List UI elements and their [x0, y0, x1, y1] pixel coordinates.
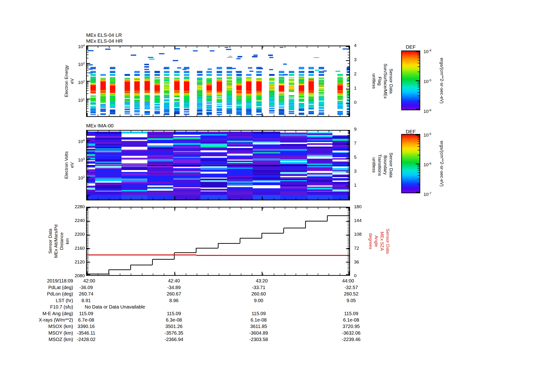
ima-transitions-tick-label: 7: [354, 141, 357, 146]
table-cell-value: 115.09: [344, 311, 358, 316]
els-log-tick: [87, 69, 88, 69]
els-log-tick: [87, 100, 88, 100]
table-row-label: PdLon (deg): [47, 291, 73, 297]
els-log-tick: [87, 106, 88, 107]
els-ytick-label: 103: [78, 61, 85, 66]
x-major-tick: [262, 113, 263, 116]
els-flag-minor-ticks: [348, 46, 349, 116]
ima-log-tick: [87, 199, 88, 200]
els-log-tick: [87, 99, 90, 99]
els-y-axis-label-line: eV: [69, 65, 75, 97]
altitude-y-axis-label: Sensor DataMEx Alt/Mars/PdDistancekm: [47, 225, 70, 258]
alt-major-tick: [87, 274, 90, 275]
sza-tick-label: 144: [354, 218, 362, 223]
ima-ytick-label: 104: [78, 138, 85, 143]
els-log-tick: [87, 55, 88, 55]
els-log-tick: [87, 111, 88, 112]
table-date-label: 2019/118:09: [47, 278, 73, 284]
ima-transitions-tick-label: 3: [354, 169, 357, 174]
mex-orbit-plot-page: MEx ELS-04 LR MEx ELS-04 HR MEx IMA-00 D…: [0, 0, 555, 392]
ima-log-tick: [87, 182, 88, 183]
els-log-tick: [87, 85, 88, 85]
x-minor-ticks-bottom: [87, 273, 349, 275]
x-minor-ticks-top: [87, 131, 349, 132]
els-log-tick: [87, 66, 88, 66]
altitude-tick-label: 2120: [75, 259, 85, 265]
els-log-tick: [87, 63, 90, 64]
sza-major-tick: [346, 221, 349, 222]
table-cell-value: 260.67: [167, 291, 181, 297]
ima-log-tick: [87, 196, 88, 196]
table-time-value: 42:40: [168, 278, 180, 284]
ima-log-tick: [87, 159, 88, 160]
sza-axis-label: Sensor DataMEx SZAAngledegrees: [368, 229, 391, 254]
sza-axis-label-line: Angle: [373, 229, 379, 254]
alt-major-tick: [87, 248, 90, 249]
sza-tick-label: 180: [354, 204, 362, 209]
els-log-tick: [87, 67, 88, 68]
colorbar1-tick-label: 10-4: [424, 48, 431, 53]
els-flag-tick-label: 4: [354, 43, 357, 48]
table-cell-value: -2366.94: [165, 336, 183, 342]
table-row-label: PdLat (deg): [48, 285, 73, 290]
els-log-tick: [87, 81, 90, 82]
x-major-tick: [174, 113, 175, 116]
alt-major-tick: [87, 221, 90, 222]
x-minor-ticks-top: [87, 207, 349, 209]
ima-log-tick: [87, 168, 88, 168]
els-flag-axis-label-line: Flag: [377, 64, 382, 99]
ima-transitions-tick-label: 5: [354, 155, 357, 160]
sza-axis-label-line: Sensor Data: [385, 229, 391, 254]
altitude-y-axis-label-line: Distance: [59, 225, 65, 258]
sza-axis-label-line: degrees: [368, 229, 373, 254]
table-cell-value: -2428.02: [77, 336, 96, 342]
els-log-tick: [87, 48, 88, 49]
right-major-tick: [346, 186, 349, 186]
ima-log-tick: [87, 198, 88, 198]
ima-log-tick: [87, 153, 88, 153]
x-major-tick: [262, 207, 263, 211]
table-row-label: MSOZ (km): [49, 336, 73, 342]
els-flag-tick-label: 1: [354, 86, 357, 91]
els-log-tick: [87, 84, 88, 84]
ima-y-axis-label-line: Electron Volts: [64, 151, 69, 179]
sza-axis-label-line: MEx SZA: [379, 229, 385, 254]
table-cell-value: -32.57: [344, 285, 358, 290]
x-major-tick: [262, 46, 263, 50]
els-log-tick: [87, 82, 88, 82]
els-log-tick: [87, 64, 88, 64]
x-major-tick: [174, 46, 175, 50]
sza-major-tick: [346, 262, 349, 263]
ima-transitions-axis-label-line: Boundary: [382, 152, 388, 178]
ima-log-tick: [87, 163, 88, 163]
ima-log-tick: [87, 177, 90, 177]
alt-major-tick: [87, 207, 90, 208]
ima-log-tick: [87, 148, 88, 148]
x-minor-ticks-top: [87, 46, 349, 48]
ima-transitions-axis-label-line: Sensor Data: [388, 152, 394, 178]
colorbar1-tick-label: 10-5: [424, 78, 431, 83]
table-cell-value: 115.09: [79, 311, 93, 316]
table-cell-value: 3611.85: [250, 323, 267, 329]
right-major-tick: [346, 158, 349, 158]
table-cell-value: 260.60: [251, 291, 266, 297]
els-log-tick: [87, 90, 88, 91]
sza-minor-ticks: [348, 207, 349, 275]
table-cell-value: 260.52: [344, 291, 358, 297]
els-ytick-label: 104: [78, 43, 85, 48]
x-minor-ticks-bottom: [87, 198, 349, 200]
table-cell-value: -2303.58: [249, 336, 268, 342]
table-cell-value: 6.1e-08: [343, 317, 359, 323]
els-log-tick: [87, 108, 88, 109]
right-major-tick: [346, 74, 349, 75]
ima-log-tick: [87, 195, 90, 196]
altitude-y-axis-label-line: km: [65, 225, 70, 258]
altitude-tick-label: 2160: [75, 246, 85, 251]
altitude-tick-label: 2240: [75, 218, 85, 223]
ima-log-tick: [87, 141, 88, 142]
ima-log-tick: [87, 171, 88, 172]
els-log-tick: [87, 70, 88, 71]
table-row-label: M-E Ang (deg): [43, 311, 73, 316]
table-time-value: 43:20: [256, 278, 268, 284]
colorbar2-tick-label: 10-5: [424, 131, 431, 137]
